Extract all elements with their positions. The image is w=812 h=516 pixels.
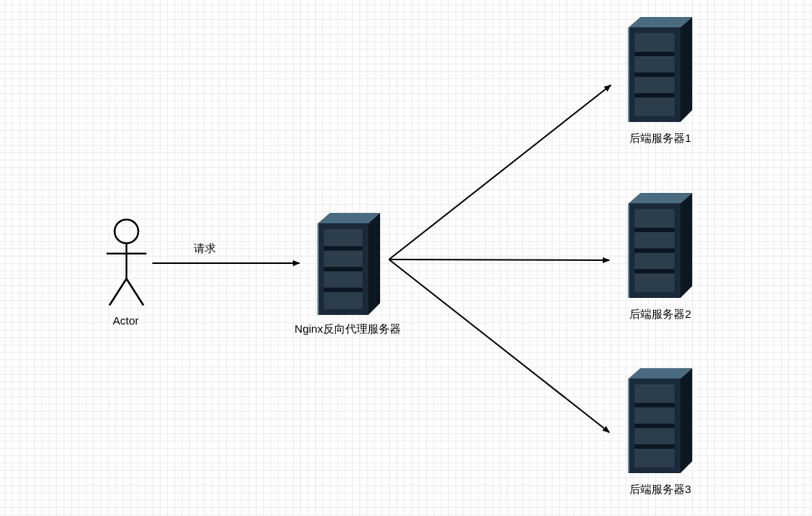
nginx-label: Nginx反向代理服务器 (274, 322, 422, 336)
backend2-server-icon (612, 187, 701, 302)
backend3-label: 后端服务器3 (620, 483, 701, 497)
actor-icon (101, 218, 152, 310)
request-label: 请求 (194, 242, 216, 256)
backend1-label: 后端服务器1 (620, 132, 701, 146)
nginx-server-icon (302, 207, 390, 318)
backend2-label: 后端服务器2 (620, 308, 701, 322)
svg-line-4 (126, 279, 143, 305)
arrow-backend3 (389, 259, 609, 432)
backend1-server-icon (612, 11, 701, 126)
svg-line-3 (109, 279, 126, 305)
arrow-backend1 (389, 85, 611, 259)
backend3-server-icon (612, 362, 701, 477)
actor-label: Actor (96, 314, 155, 327)
svg-point-0 (115, 220, 138, 243)
arrow-backend2 (389, 259, 609, 260)
diagram-canvas: Actor 请求 Nginx反向代理服务器 后端服务器1 (0, 0, 812, 516)
